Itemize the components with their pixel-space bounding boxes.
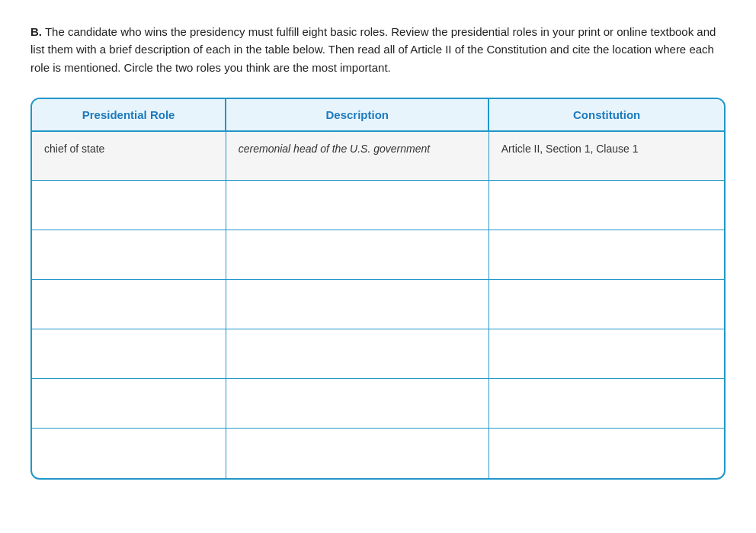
- cell-description: ceremonial head of the U.S. government: [226, 131, 489, 181]
- table-row: [32, 181, 724, 230]
- table-row: [32, 280, 724, 329]
- cell-role: [32, 429, 226, 478]
- table-row: [32, 379, 724, 429]
- cell-role: [32, 379, 226, 429]
- table-row: [32, 230, 724, 280]
- presidential-roles-table: Presidential Role Description Constituti…: [32, 99, 724, 478]
- cell-role: [32, 329, 226, 379]
- cell-description: [226, 429, 489, 478]
- cell-constitution: [489, 429, 724, 478]
- section-label: B.: [30, 25, 42, 38]
- cell-constitution: [489, 379, 724, 429]
- col-header-description: Description: [226, 99, 489, 131]
- cell-constitution: Article II, Section 1, Clause 1: [489, 131, 724, 181]
- table-wrapper: Presidential Role Description Constituti…: [30, 98, 726, 480]
- cell-description: [226, 181, 489, 230]
- table-row: [32, 429, 724, 478]
- cell-role: chief of state: [32, 131, 226, 181]
- cell-constitution: [489, 181, 724, 230]
- cell-role: [32, 230, 226, 280]
- cell-description: [226, 280, 489, 329]
- cell-role: [32, 280, 226, 329]
- intro-text: The candidate who wins the presidency mu…: [30, 25, 716, 74]
- cell-description: [226, 230, 489, 280]
- cell-constitution: [489, 230, 724, 280]
- table-row: [32, 329, 724, 379]
- cell-constitution: [489, 280, 724, 329]
- intro-paragraph: B. The candidate who wins the presidency…: [30, 23, 726, 76]
- cell-role: [32, 181, 226, 230]
- cell-description: [226, 379, 489, 429]
- table-row: chief of stateceremonial head of the U.S…: [32, 131, 724, 181]
- col-header-role: Presidential Role: [32, 99, 226, 131]
- cell-constitution: [489, 329, 724, 379]
- table-header-row: Presidential Role Description Constituti…: [32, 99, 724, 131]
- col-header-constitution: Constitution: [489, 99, 724, 131]
- cell-description: [226, 329, 489, 379]
